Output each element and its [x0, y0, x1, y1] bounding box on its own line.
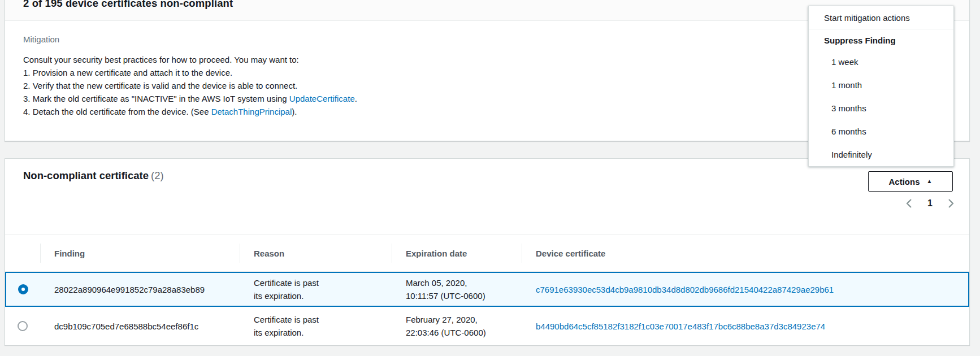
- step-text: 4. Detach the old certificate from the d…: [23, 107, 211, 116]
- step-text: 3. Mark the old certificate as "INACTIVE…: [23, 94, 289, 103]
- device-certificate-cell: c7691e63930ec53d4cb9a9810db34d8d802db968…: [522, 283, 968, 296]
- device-certificate-link[interactable]: b4490bd64c5cf85182f3182f1c03e70017e483f1…: [536, 322, 825, 331]
- menu-item-3-months[interactable]: 3 months: [809, 97, 953, 120]
- menu-item-indefinitely[interactable]: Indefinitely: [809, 143, 953, 166]
- selection-column-header: [5, 235, 40, 271]
- actions-button[interactable]: Actions ▲: [868, 171, 953, 192]
- table-row[interactable]: 28022a890964e991852c79a28a83eb89 Certifi…: [5, 272, 969, 307]
- menu-item-start-mitigation-actions[interactable]: Start mitigation actions: [809, 6, 953, 29]
- table-header-row: Finding Reason Expiration date Device ce…: [5, 235, 969, 272]
- result-count: (2): [149, 170, 164, 181]
- update-certificate-link[interactable]: UpdateCertificate: [289, 94, 355, 103]
- table-toolbar: Non-compliant certificate(2) Actions ▲ 1: [5, 159, 969, 235]
- step-suffix: ).: [292, 107, 297, 116]
- detach-thing-principal-link[interactable]: DetachThingPrincipal: [211, 107, 292, 116]
- expiration-date-cell: March 05, 2020, 10:11:57 (UTC-0600): [392, 276, 522, 302]
- row-radio-cell: [6, 284, 40, 294]
- actions-dropdown-menu: Start mitigation actions Suppress Findin…: [808, 6, 954, 167]
- radio-selected[interactable]: [18, 284, 28, 294]
- finding-cell: dc9b109c705ed7e68588bc54eef86f1c: [40, 320, 240, 333]
- section-title: Non-compliant certificate(2): [23, 170, 164, 182]
- reason-cell: Certificate is past its expiration.: [240, 313, 392, 339]
- step-suffix: .: [355, 94, 357, 103]
- page-number[interactable]: 1: [927, 198, 933, 209]
- previous-page-icon[interactable]: [905, 198, 913, 209]
- menu-group-suppress-finding: Suppress Finding: [809, 29, 953, 50]
- actions-button-label: Actions: [889, 177, 920, 186]
- findings-table: Finding Reason Expiration date Device ce…: [5, 235, 969, 345]
- expiration-date-cell: February 27, 2020, 22:03:46 (UTC-0600): [392, 313, 522, 339]
- radio-unselected[interactable]: [18, 321, 28, 331]
- column-header-device-certificate: Device certificate: [522, 235, 969, 271]
- column-header-finding: Finding: [40, 235, 240, 271]
- row-radio-cell: [5, 321, 40, 331]
- step-text: 2. Verify that the new certificate is va…: [23, 81, 297, 90]
- device-certificate-cell: b4490bd64c5cf85182f3182f1c03e70017e483f1…: [522, 320, 969, 333]
- menu-item-1-week[interactable]: 1 week: [809, 50, 953, 73]
- caret-up-icon: ▲: [927, 179, 933, 184]
- column-header-expiration-date: Expiration date: [392, 235, 522, 271]
- step-text: 1. Provision a new certificate and attac…: [23, 68, 232, 77]
- finding-cell: 28022a890964e991852c79a28a83eb89: [40, 283, 240, 296]
- table-row[interactable]: dc9b109c705ed7e68588bc54eef86f1c Certifi…: [5, 307, 969, 345]
- non-compliant-certificate-panel: Non-compliant certificate(2) Actions ▲ 1…: [5, 158, 970, 345]
- pagination: 1: [905, 198, 955, 209]
- next-page-icon[interactable]: [947, 198, 955, 209]
- reason-cell: Certificate is past its expiration.: [240, 276, 392, 302]
- device-certificate-link[interactable]: c7691e63930ec53d4cb9a9810db34d8d802db968…: [536, 285, 834, 294]
- section-title-text: Non-compliant certificate: [23, 170, 149, 181]
- menu-item-1-month[interactable]: 1 month: [809, 73, 953, 97]
- menu-item-6-months[interactable]: 6 months: [809, 120, 953, 143]
- column-header-reason: Reason: [240, 235, 392, 271]
